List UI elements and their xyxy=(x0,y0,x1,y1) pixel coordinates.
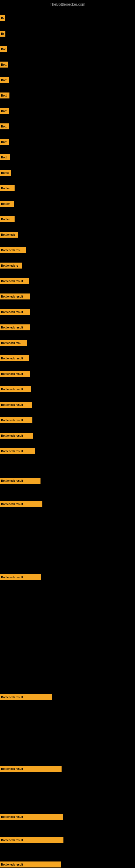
bar-item: Bott xyxy=(0,77,9,83)
bar-label: Bottleneck result xyxy=(1,767,23,770)
bar-label: Bottleneck result xyxy=(1,839,23,842)
bar-item: Bottleneck result xyxy=(0,433,33,439)
bar-label: Bott xyxy=(1,141,6,144)
bar-label: Bottleneck result xyxy=(1,576,23,579)
bar-item: Bottleneck result xyxy=(0,478,41,484)
bar-label: Bottleneck result xyxy=(1,372,23,375)
bar-label: Bottl xyxy=(1,94,7,97)
bar-item: Bottleneck result xyxy=(0,355,29,361)
bar-item: Bottleneck result xyxy=(0,862,61,867)
bar-item: Bottleneck result xyxy=(0,402,32,408)
bar-label: Bott xyxy=(1,63,6,66)
bar-item: Bottleneck resu xyxy=(0,247,26,253)
bar-label: Bott xyxy=(1,110,6,113)
bar-label: Bo xyxy=(1,32,4,35)
bar-item: Bottleneck result xyxy=(0,293,30,300)
bar-label: Bottleneck re xyxy=(1,264,18,267)
bar-item: Bottleneck result xyxy=(0,574,41,580)
bar-label: Bottleneck resu xyxy=(1,249,21,252)
bar-label: Bottleneck result xyxy=(1,388,23,391)
bar-label: Bott xyxy=(1,79,6,82)
bar-label: Bottleneck result xyxy=(1,280,23,283)
bar-item: Bottleneck result xyxy=(0,324,30,330)
bar-item: Bottleneck result xyxy=(0,371,30,377)
bar-label: Bottl xyxy=(1,156,7,159)
bar-label: Bott xyxy=(1,125,6,128)
bar-item: Bottleneck result xyxy=(0,814,63,820)
bar-item: Bot xyxy=(0,46,7,52)
bar-label: Bottleneck result xyxy=(1,450,23,453)
bar-label: Bottleneck result xyxy=(1,479,23,482)
bar-item: Bott xyxy=(0,139,9,145)
bar-label: Bottleneck resu xyxy=(1,341,21,344)
bar-item: Bottleneck result xyxy=(0,501,42,507)
bar-item: Bottle xyxy=(0,170,11,176)
bar-label: Bottleneck result xyxy=(1,863,23,866)
bar-item: Bottlen xyxy=(0,216,14,222)
bar-item: Bott xyxy=(0,108,9,114)
bar-label: Bottleneck result xyxy=(1,434,23,437)
bar-label: Bottleneck xyxy=(1,233,15,236)
bar-label: Bottleneck result xyxy=(1,326,23,329)
bar-label: Bottleneck result xyxy=(1,419,23,422)
site-title: TheBottlenecker.com xyxy=(0,0,135,8)
bar-item: Bott xyxy=(0,62,8,67)
bar-item: Bottleneck result xyxy=(0,417,32,423)
bar-label: Bottleneck result xyxy=(1,696,23,699)
bar-item: Bottl xyxy=(0,154,10,160)
bar-item: Bottleneck xyxy=(0,231,18,238)
bar-item: Bottleneck result xyxy=(0,766,61,772)
bar-item: Bottleneck result xyxy=(0,448,35,454)
bar-label: Bo xyxy=(1,17,4,20)
bar-label: Bottleneck result xyxy=(1,403,23,406)
bar-label: Bottleneck result xyxy=(1,357,23,360)
bar-label: Bottleneck result xyxy=(1,503,23,506)
bar-label: Bottleneck result xyxy=(1,295,23,298)
bar-item: Bottleneck re xyxy=(0,262,22,269)
bar-item: Bottleneck result xyxy=(0,694,52,700)
bar-item: Bottleneck result xyxy=(0,386,31,392)
bar-item: Bottleneck result xyxy=(0,278,29,284)
bar-label: Bot xyxy=(1,48,6,51)
bar-label: Bottlen xyxy=(1,187,10,190)
bar-item: Bottleneck resu xyxy=(0,340,27,346)
bar-label: Bottlen xyxy=(1,203,10,205)
bar-label: Bottleneck result xyxy=(1,815,23,818)
bar-label: Bottle xyxy=(1,172,9,175)
bar-item: Bo xyxy=(0,15,5,21)
bar-item: Bottl xyxy=(0,93,9,98)
bar-item: Bottlen xyxy=(0,185,14,191)
bar-item: Bott xyxy=(0,123,9,129)
bar-item: Bo xyxy=(0,31,5,37)
bar-label: Bottleneck result xyxy=(1,311,23,314)
bar-item: Bottlen xyxy=(0,201,14,207)
bar-item: Bottleneck result xyxy=(0,837,63,843)
bar-item: Bottleneck result xyxy=(0,309,30,315)
bar-label: Bottlen xyxy=(1,218,10,221)
